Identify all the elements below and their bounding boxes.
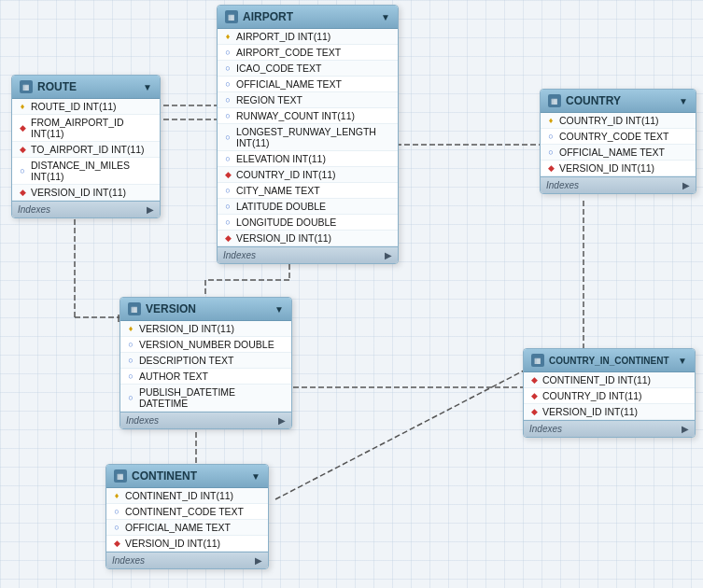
cic-table-arrow: ▼: [678, 356, 687, 366]
table-row: ○ LONGEST_RUNWAY_LENGTH INT(11): [218, 124, 398, 151]
key-col-icon: ○: [112, 523, 121, 532]
col-country-id: COUNTRY_ID INT(11): [236, 169, 336, 180]
footer-arrow-icon: ▶: [278, 415, 286, 426]
col-elevation: ELEVATION INT(11): [236, 153, 326, 164]
col-continent-id: CONTINENT_ID INT(11): [542, 374, 651, 385]
table-row: ○ DESCRIPTION TEXT: [120, 353, 291, 369]
country-table-icon: ▦: [548, 94, 561, 107]
key-col-icon: ○: [223, 95, 232, 105]
footer-indexes-label: Indexes: [126, 415, 159, 426]
airport-table: ▦ AIRPORT ▼ ♦ AIRPORT_ID INT(11) ○ AIRPO…: [217, 5, 399, 264]
key-col-icon: ○: [18, 166, 27, 175]
table-row: ○ LATITUDE DOUBLE: [218, 199, 398, 215]
version-table-footer: Indexes ▶: [120, 412, 291, 428]
key-col-icon: ○: [223, 111, 232, 120]
key-fk-icon: ◆: [529, 391, 539, 400]
col-airport-code: AIRPORT_CODE TEXT: [236, 47, 341, 58]
table-row: ○ COUNTRY_CODE TEXT: [541, 129, 696, 145]
table-row: ◆ VERSION_ID INT(11): [12, 185, 160, 201]
footer-arrow-icon: ▶: [682, 424, 689, 434]
airport-table-arrow: ▼: [381, 12, 390, 22]
footer-arrow-icon: ▶: [682, 180, 690, 190]
route-table-arrow: ▼: [143, 82, 152, 92]
table-row: ○ VERSION_NUMBER DOUBLE: [120, 337, 291, 353]
col-description: DESCRIPTION TEXT: [139, 355, 233, 366]
table-row: ◆ CONTINENT_ID INT(11): [524, 372, 695, 388]
col-publish-datetime: PUBLISH_DATETIME DATETIME: [139, 386, 286, 409]
col-continent-id: CONTINENT_ID INT(11): [125, 490, 233, 501]
key-fk-icon: ◆: [223, 170, 232, 179]
key-primary-icon: ♦: [126, 324, 135, 333]
country-table-footer: Indexes ▶: [541, 176, 696, 193]
airport-table-header: ▦ AIRPORT ▼: [218, 6, 398, 29]
table-row: ◆ VERSION_ID INT(11): [106, 536, 268, 552]
key-col-icon: ○: [223, 186, 232, 195]
key-col-icon: ○: [223, 79, 232, 89]
col-country-id: COUNTRY_ID INT(11): [542, 390, 642, 401]
route-table-footer: Indexes ▶: [12, 201, 160, 217]
table-row: ♦ CONTINENT_ID INT(11): [106, 488, 268, 504]
table-row: ○ RUNWAY_COUNT INT(11): [218, 108, 398, 124]
continent-table: ▦ CONTINENT ▼ ♦ CONTINENT_ID INT(11) ○ C…: [105, 464, 269, 569]
key-primary-icon: ♦: [18, 102, 27, 111]
col-continent-code: CONTINENT_CODE TEXT: [125, 506, 244, 517]
version-table-arrow: ▼: [274, 304, 284, 315]
key-primary-icon: ♦: [546, 116, 555, 125]
version-table-header: ▦ VERSION ▼: [120, 298, 291, 321]
table-row: ○ CONTINENT_CODE TEXT: [106, 504, 268, 520]
col-official-name: OFFICIAL_NAME TEXT: [125, 522, 231, 533]
key-col-icon: ○: [223, 63, 232, 73]
key-fk-icon: ◆: [112, 539, 121, 548]
table-row: ○ CITY_NAME TEXT: [218, 183, 398, 199]
table-row: ○ OFFICIAL_NAME TEXT: [106, 520, 268, 536]
version-table-title: VERSION: [146, 302, 270, 315]
table-row: ○ OFFICIAL_NAME TEXT: [541, 145, 696, 161]
continent-table-header: ▦ CONTINENT ▼: [106, 465, 268, 488]
col-version-number: VERSION_NUMBER DOUBLE: [139, 339, 274, 350]
table-row: ○ AUTHOR TEXT: [120, 369, 291, 385]
country-table-header: ▦ COUNTRY ▼: [541, 90, 696, 113]
route-table-header: ▦ ROUTE ▼: [12, 76, 160, 99]
route-table-icon: ▦: [20, 80, 33, 93]
col-longest-runway: LONGEST_RUNWAY_LENGTH INT(11): [236, 126, 392, 148]
key-col-icon: ○: [126, 356, 135, 365]
key-col-icon: ○: [223, 154, 232, 163]
table-row: ♦ VERSION_ID INT(11): [120, 321, 291, 337]
key-fk-icon: ◆: [529, 407, 539, 416]
footer-indexes-label: Indexes: [18, 204, 50, 215]
key-col-icon: ○: [546, 147, 555, 157]
country-table-arrow: ▼: [679, 96, 688, 106]
key-fk-icon: ◆: [18, 123, 27, 133]
country-in-continent-table: ▦ COUNTRY_IN_CONTINENT ▼ ◆ CONTINENT_ID …: [523, 348, 696, 438]
table-row: ◆ FROM_AIRPORT_ID INT(11): [12, 115, 160, 142]
table-row: ♦ AIRPORT_ID INT(11): [218, 29, 398, 45]
table-row: ◆ VERSION_ID INT(11): [524, 404, 695, 420]
airport-table-footer: Indexes ▶: [218, 246, 398, 263]
country-table: ▦ COUNTRY ▼ ♦ COUNTRY_ID INT(11) ○ COUNT…: [540, 89, 696, 194]
col-official-name: OFFICIAL_NAME TEXT: [559, 147, 665, 158]
key-col-icon: ○: [126, 393, 135, 402]
footer-indexes-label: Indexes: [223, 250, 256, 260]
cic-table-footer: Indexes ▶: [524, 420, 695, 437]
col-version-id: VERSION_ID INT(11): [559, 162, 654, 174]
key-col-icon: ○: [223, 202, 232, 211]
col-runway-count: RUNWAY_COUNT INT(11): [236, 110, 355, 121]
col-from-airport-id: FROM_AIRPORT_ID INT(11): [31, 117, 154, 139]
col-route-id: ROUTE_ID INT(11): [31, 101, 117, 112]
table-row: ♦ COUNTRY_ID INT(11): [541, 113, 696, 129]
key-col-icon: ○: [223, 48, 232, 57]
col-to-airport-id: TO_AIRPORT_ID INT(11): [31, 144, 145, 155]
airport-table-icon: ▦: [225, 10, 238, 23]
col-country-id: COUNTRY_ID INT(11): [559, 115, 659, 126]
col-region: REGION TEXT: [236, 94, 302, 105]
footer-indexes-label: Indexes: [546, 180, 579, 190]
route-table: ▦ ROUTE ▼ ♦ ROUTE_ID INT(11) ◆ FROM_AIRP…: [11, 75, 161, 218]
table-row: ○ PUBLISH_DATETIME DATETIME: [120, 385, 291, 412]
continent-table-icon: ▦: [114, 469, 127, 483]
footer-arrow-icon: ▶: [385, 250, 392, 260]
table-row: ◆ COUNTRY_ID INT(11): [218, 167, 398, 183]
col-airport-id: AIRPORT_ID INT(11): [236, 31, 330, 42]
key-primary-icon: ♦: [112, 491, 121, 500]
table-row: ◆ VERSION_ID INT(11): [218, 231, 398, 246]
table-row: ○ REGION TEXT: [218, 92, 398, 108]
